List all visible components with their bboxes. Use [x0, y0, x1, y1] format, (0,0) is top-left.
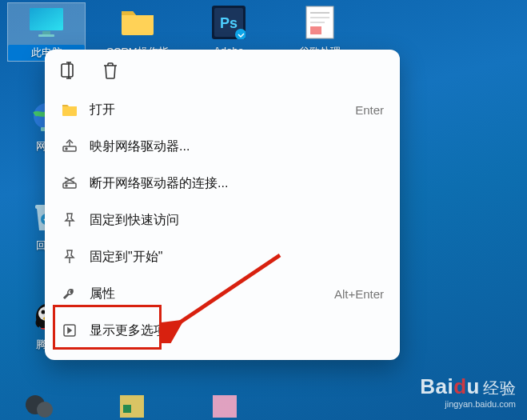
- menu-item-pin-start[interactable]: 固定到"开始": [51, 238, 393, 275]
- folder-open-icon: [61, 101, 78, 118]
- monitor-icon: [27, 3, 66, 42]
- svg-rect-2: [42, 31, 50, 34]
- menu-item-pin-quick[interactable]: 固定到快速访问: [51, 202, 393, 238]
- watermark: Baidu经验 jingyan.baidu.com: [420, 374, 516, 409]
- menu-item-label: 固定到快速访问: [90, 212, 384, 229]
- photoshop-icon: Ps: [210, 3, 248, 42]
- pin-icon: [61, 248, 78, 266]
- menu-item-label: 显示更多选项: [90, 322, 384, 339]
- menu-item-label: 属性: [90, 286, 334, 302]
- svg-rect-25: [123, 405, 131, 413]
- svg-rect-12: [310, 26, 321, 34]
- delete-icon[interactable]: [101, 61, 120, 80]
- excel-icon: [117, 394, 149, 419]
- svg-point-29: [66, 148, 67, 150]
- rename-icon[interactable]: [59, 61, 78, 80]
- folder-icon: [118, 3, 157, 42]
- menu-item-map-drive[interactable]: 映射网络驱动器...: [51, 128, 393, 165]
- document-icon: [301, 3, 339, 42]
- svg-rect-27: [62, 64, 73, 77]
- svg-text:Ps: Ps: [220, 15, 238, 31]
- menu-item-properties[interactable]: 属性 Alt+Enter: [51, 275, 393, 312]
- svg-rect-1: [30, 8, 63, 30]
- menu-item-shortcut: Enter: [355, 103, 384, 117]
- more-options-icon: [61, 322, 78, 339]
- menu-item-shortcut: Alt+Enter: [334, 287, 384, 301]
- app-icon: [210, 394, 242, 419]
- desktop-icon-ps[interactable]: Ps Adobe: [190, 3, 267, 57]
- menu-item-disconnect-drive[interactable]: 断开网络驱动器的连接...: [51, 165, 393, 202]
- disconnect-drive-icon: [61, 174, 78, 192]
- svg-rect-3: [38, 34, 54, 37]
- pin-icon: [61, 211, 78, 229]
- menu-item-open[interactable]: 打开 Enter: [51, 91, 393, 128]
- context-menu-items: 打开 Enter 映射网络驱动器... 断开网络驱动器的连接... 固定到快速访…: [45, 88, 400, 352]
- menu-item-label: 打开: [90, 102, 355, 118]
- svg-rect-26: [213, 395, 237, 418]
- svg-point-31: [66, 185, 67, 186]
- svg-point-23: [37, 402, 53, 418]
- context-menu: 打开 Enter 映射网络驱动器... 断开网络驱动器的连接... 固定到快速访…: [45, 50, 400, 360]
- wrench-icon: [61, 285, 78, 302]
- context-menu-toolbar: [45, 50, 400, 88]
- menu-item-more-options[interactable]: 显示更多选项: [51, 312, 393, 349]
- map-drive-icon: [61, 138, 78, 155]
- menu-item-label: 断开网络驱动器的连接...: [90, 175, 384, 192]
- menu-item-label: 映射网络驱动器...: [90, 138, 384, 155]
- menu-item-label: 固定到"开始": [90, 249, 384, 266]
- wechat-icon: [24, 394, 56, 419]
